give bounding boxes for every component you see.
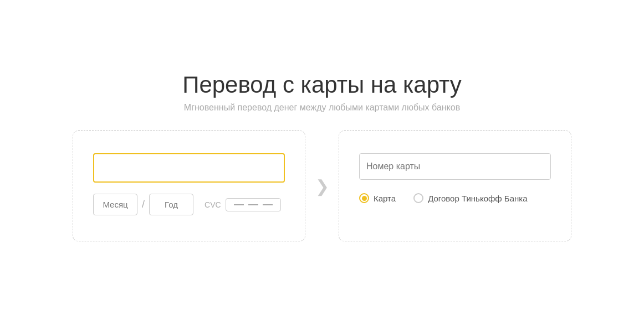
radio-circle-card: [359, 193, 369, 203]
page-subtitle: Мгновенный перевод денег между любыми ка…: [182, 103, 462, 113]
cvc-dash-1: [234, 204, 244, 205]
payment-type-radio-group: Карта Договор Тинькофф Банка: [359, 193, 551, 203]
cvc-label: CVC: [205, 200, 221, 209]
header-section: Перевод с карты на карту Мгновенный пере…: [182, 72, 462, 113]
month-input[interactable]: [93, 194, 137, 215]
cards-container: / CVC ❯ Карта Договор Тинькофф Банка: [73, 130, 571, 241]
arrow-container: ❯: [305, 176, 339, 196]
radio-option-contract[interactable]: Договор Тинькофф Банка: [413, 193, 527, 203]
destination-card-number-input[interactable]: [359, 153, 551, 180]
radio-option-card[interactable]: Карта: [359, 193, 396, 203]
cvc-dash-3: [263, 204, 273, 205]
destination-card-panel: Карта Договор Тинькофф Банка: [339, 130, 571, 241]
radio-label-card: Карта: [374, 194, 396, 203]
source-card-panel: / CVC: [73, 130, 305, 241]
radio-label-contract: Договор Тинькофф Банка: [428, 194, 527, 203]
cvc-dash-2: [248, 204, 258, 205]
date-separator: /: [142, 199, 145, 210]
radio-circle-contract: [413, 193, 423, 203]
card-details-row: / CVC: [93, 194, 285, 215]
source-card-number-input[interactable]: [93, 153, 285, 183]
forward-arrow-icon: ❯: [315, 176, 329, 196]
year-input[interactable]: [149, 194, 193, 215]
page-title: Перевод с карты на карту: [182, 72, 462, 98]
cvc-input-display[interactable]: [226, 198, 281, 211]
